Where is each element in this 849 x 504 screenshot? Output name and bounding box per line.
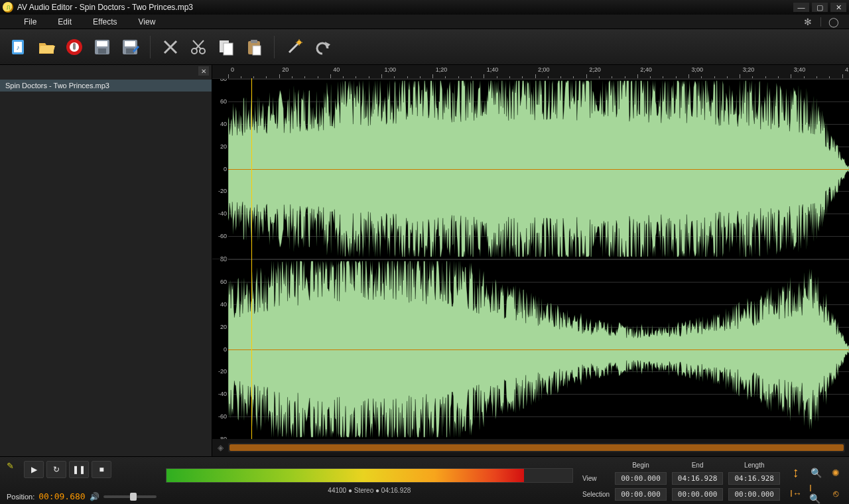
svg-rect-8 — [98, 48, 106, 54]
open-folder-icon — [37, 38, 56, 56]
timeline-ruler[interactable]: 020401;001;201;402;002;202;403;003;203;4… — [212, 65, 849, 78]
position-readout: Position: 00:09.680 🔊 — [7, 491, 157, 501]
level-meter — [166, 468, 573, 483]
save-as-icon — [121, 38, 139, 56]
svg-rect-5 — [73, 43, 76, 50]
copy-icon — [217, 38, 235, 56]
menu-effects[interactable]: Effects — [82, 15, 127, 29]
track-item[interactable]: Spin Doctors - Two Princes.mp3 — [0, 80, 212, 92]
svg-rect-16 — [224, 43, 233, 55]
trim-button[interactable] — [186, 35, 210, 59]
range-row-selection-label: Selection — [582, 491, 610, 498]
window-title: AV Audio Editor - Spin Doctors - Two Pri… — [17, 3, 193, 12]
new-file-icon: ♪ — [9, 38, 28, 56]
status-bar: ✎ ▶ ↻ ❚❚ ■ Position: 00:09.680 🔊 44100 ●… — [0, 456, 849, 504]
zoom-fit-horizontal-icon[interactable]: I↔ — [789, 487, 803, 500]
waveform-channel-left[interactable]: 806040200-20-40-60-80 — [212, 78, 849, 259]
scroll-home-icon[interactable]: ◈ — [212, 443, 228, 452]
refresh-icon[interactable]: ◯ — [828, 16, 840, 28]
horizontal-scrollbar[interactable] — [228, 443, 845, 452]
toolbar-separator — [274, 36, 275, 58]
open-file-button[interactable] — [34, 35, 58, 59]
menu-file[interactable]: File — [13, 15, 47, 29]
cut-button[interactable] — [159, 35, 182, 59]
volume-slider[interactable] — [103, 495, 157, 498]
zoom-controls: ⭥ 🔍 ✺ I↔ I🔍 ⎋ — [789, 461, 842, 501]
waveform-editor: 020401;001;201;402;002;202;403;003;203;4… — [212, 65, 849, 456]
pause-button[interactable]: ❚❚ — [69, 461, 89, 478]
svg-rect-19 — [253, 46, 261, 55]
menu-view[interactable]: View — [128, 15, 166, 29]
svg-rect-7 — [97, 41, 107, 46]
range-row-view-label: View — [582, 475, 610, 482]
level-meter-area: 44100 ● Stereo ● 04:16.928 — [166, 461, 573, 501]
audio-info-label: 44100 ● Stereo ● 04:16.928 — [166, 487, 573, 494]
settings-gear-icon[interactable]: ✻ — [802, 16, 814, 28]
copy-button[interactable] — [214, 35, 238, 59]
cut-icon — [161, 38, 180, 56]
view-begin-value[interactable]: 00:00.000 — [615, 472, 667, 485]
app-logo-icon: ⎍ — [3, 2, 13, 13]
new-file-button[interactable]: ♪ — [7, 35, 31, 59]
close-button[interactable]: ✕ — [830, 3, 846, 12]
range-header-end: End — [672, 462, 724, 469]
record-button[interactable] — [62, 35, 86, 59]
menu-edit[interactable]: Edit — [47, 15, 82, 29]
effects-wand-button[interactable] — [283, 35, 306, 59]
range-header-begin: Begin — [615, 462, 667, 469]
horizontal-scroll-row: ◈ — [212, 439, 849, 456]
main-area: ✕ Spin Doctors - Two Princes.mp3 020401;… — [0, 65, 849, 456]
zoom-reset-icon[interactable]: ✺ — [829, 466, 842, 479]
play-button[interactable]: ▶ — [24, 461, 44, 478]
undo-icon — [313, 38, 332, 56]
save-button[interactable] — [90, 35, 114, 59]
divider — [820, 17, 821, 27]
maximize-button[interactable]: ▢ — [812, 3, 828, 12]
magic-wand-icon — [285, 38, 304, 56]
position-value: 00:09.680 — [38, 491, 85, 501]
volume-icon[interactable]: 🔊 — [90, 492, 99, 501]
transport-controls: ▶ ↻ ❚❚ ■ — [24, 461, 111, 478]
svg-line-20 — [289, 43, 298, 52]
svg-rect-18 — [251, 40, 257, 43]
waveform-channel-right[interactable]: 806040200-20-40-60-80 — [212, 259, 849, 439]
scrollbar-thumb[interactable] — [229, 444, 844, 451]
title-bar: ⎍ AV Audio Editor - Spin Doctors - Two P… — [0, 0, 849, 15]
menu-bar: File Edit Effects View ✻ ◯ — [0, 15, 849, 29]
waveform-channels[interactable]: 806040200-20-40-60-80 806040200-20-40-60… — [212, 78, 849, 439]
position-label: Position: — [7, 493, 34, 501]
zoom-fit-vertical-icon[interactable]: ⭥ — [789, 466, 803, 479]
playhead-cursor[interactable] — [251, 78, 252, 439]
record-icon — [65, 38, 84, 56]
range-header-length: Length — [728, 462, 780, 469]
minimize-button[interactable]: — — [793, 3, 809, 12]
track-list-panel: ✕ Spin Doctors - Two Princes.mp3 — [0, 65, 212, 456]
selection-length-value[interactable]: 00:00.000 — [728, 488, 780, 501]
edit-mode-icon[interactable]: ✎ — [7, 461, 17, 471]
toolbar: ♪ — [0, 29, 849, 65]
paste-button[interactable] — [242, 35, 266, 59]
view-length-value[interactable]: 04:16.928 — [728, 472, 780, 485]
track-list: Spin Doctors - Two Princes.mp3 — [0, 80, 212, 92]
save-as-button[interactable] — [118, 35, 142, 59]
save-icon — [93, 38, 111, 56]
selection-end-value[interactable]: 00:00.000 — [672, 488, 724, 501]
zoom-out-icon[interactable]: ⎋ — [829, 487, 842, 500]
panel-close-button[interactable]: ✕ — [198, 66, 209, 76]
paste-icon — [245, 38, 263, 56]
view-end-value[interactable]: 04:16.928 — [672, 472, 724, 485]
scissors-icon — [189, 38, 208, 56]
svg-rect-10 — [125, 41, 135, 46]
range-readout: Begin End Length View 00:00.000 04:16.92… — [582, 461, 780, 501]
undo-button[interactable] — [310, 35, 334, 59]
svg-text:♪: ♪ — [17, 44, 20, 51]
toolbar-separator — [150, 36, 151, 58]
loop-button[interactable]: ↻ — [46, 461, 66, 478]
volume-slider-knob[interactable] — [130, 493, 137, 501]
zoom-selection-icon[interactable]: I🔍 — [809, 487, 822, 500]
selection-begin-value[interactable]: 00:00.000 — [615, 488, 667, 501]
stop-button[interactable]: ■ — [92, 461, 111, 478]
zoom-in-icon[interactable]: 🔍 — [809, 466, 822, 479]
track-item-label: Spin Doctors - Two Princes.mp3 — [5, 82, 109, 90]
